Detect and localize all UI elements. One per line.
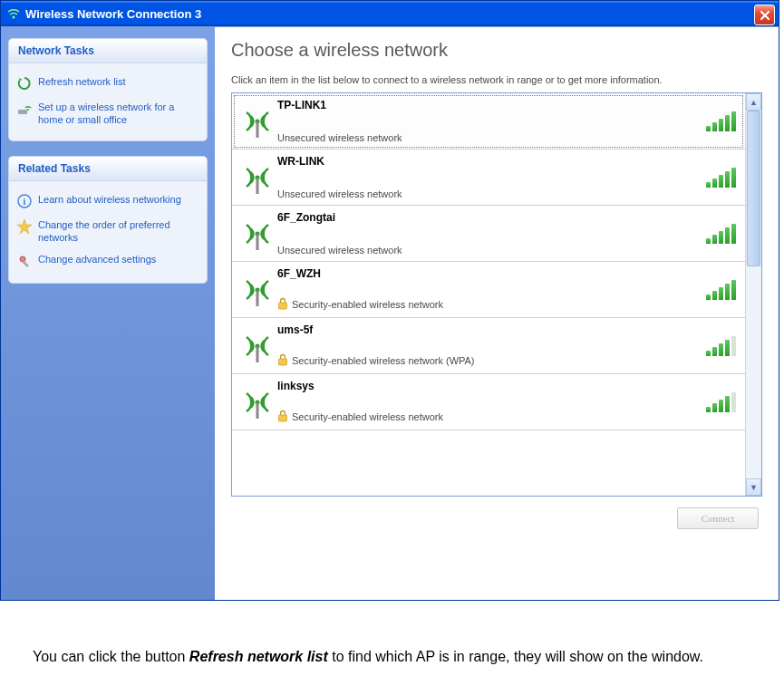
network-item[interactable]: linksysSecurity-enabled wireless network [232, 374, 745, 430]
svg-text:i: i [24, 197, 26, 207]
antenna-icon [237, 159, 277, 196]
network-security: Security-enabled wireless network (WPA) [277, 353, 706, 368]
svg-rect-6 [23, 261, 29, 267]
link-label: Change advanced settings [38, 253, 199, 265]
security-label: Security-enabled wireless network (WPA) [292, 355, 475, 366]
refresh-network-list-link[interactable]: Refresh network list [15, 71, 201, 96]
network-info: 6F_ZongtaiUnsecured wireless network [277, 209, 706, 257]
advanced-settings-link[interactable]: Change advanced settings [15, 248, 201, 274]
network-item[interactable]: WR-LINKUnsecured wireless network [232, 150, 745, 206]
security-label: Security-enabled wireless network [292, 299, 443, 310]
settings-icon [16, 253, 33, 269]
bottom-bar: Connect [231, 497, 762, 529]
scroll-track[interactable] [746, 111, 761, 478]
svg-rect-10 [256, 178, 259, 194]
lock-icon [277, 297, 288, 312]
signal-strength-icon [706, 111, 736, 131]
svg-rect-21 [279, 415, 287, 421]
signal-strength-icon [706, 168, 736, 188]
svg-point-0 [13, 16, 15, 19]
setup-network-icon [16, 101, 33, 117]
network-name: TP-LINK1 [277, 99, 706, 111]
main-content: Choose a wireless network Click an item … [215, 27, 779, 600]
network-item[interactable]: TP-LINK1Unsecured wireless network [232, 93, 745, 150]
scroll-up-button[interactable]: ▲ [746, 93, 761, 111]
antenna-icon [237, 216, 277, 252]
close-button[interactable] [754, 5, 775, 25]
instruction-pre: You can click the button [33, 649, 189, 664]
signal-strength-icon [706, 336, 736, 356]
scrollbar[interactable]: ▲ ▼ [745, 93, 761, 496]
wireless-icon [6, 6, 21, 21]
signal-strength-icon [706, 280, 736, 300]
scroll-down-button[interactable]: ▼ [746, 478, 761, 496]
security-label: Unsecured wireless network [277, 188, 402, 199]
network-security: Security-enabled wireless network [277, 297, 706, 312]
svg-rect-14 [256, 290, 259, 306]
svg-rect-15 [279, 303, 287, 309]
network-tasks-panel: Network Tasks Refresh network list Set u… [8, 38, 208, 141]
titlebar[interactable]: Wireless Network Connection 3 [1, 1, 779, 26]
page-subtitle: Click an item in the list below to conne… [231, 73, 762, 87]
wireless-connection-window: Wireless Network Connection 3 Network Ta… [0, 0, 779, 601]
security-label: Unsecured wireless network [277, 245, 402, 256]
learn-wireless-link[interactable]: i Learn about wireless networking [15, 188, 201, 214]
signal-strength-icon [706, 224, 736, 244]
svg-point-2 [27, 109, 29, 111]
network-security: Security-enabled wireless network [277, 410, 706, 424]
network-info: ums-5fSecurity-enabled wireless network … [277, 322, 706, 370]
connect-button[interactable]: Connect [677, 507, 759, 529]
network-name: ums-5f [277, 323, 706, 336]
network-security: Unsecured wireless network [277, 132, 706, 143]
svg-rect-20 [256, 402, 259, 419]
lock-icon [277, 410, 288, 424]
page-title: Choose a wireless network [231, 40, 762, 61]
antenna-icon [237, 384, 277, 420]
svg-rect-1 [18, 110, 27, 114]
network-info: WR-LINKUnsecured wireless network [277, 153, 706, 201]
network-list-container: TP-LINK1Unsecured wireless networkWR-LIN… [231, 92, 762, 497]
signal-strength-icon [706, 392, 736, 412]
svg-rect-8 [256, 121, 259, 138]
svg-rect-18 [279, 359, 287, 365]
network-name: linksys [277, 380, 706, 392]
instruction-post: to find which AP is in range, they will … [328, 649, 703, 664]
lock-icon [277, 353, 288, 368]
link-label: Learn about wireless networking [38, 193, 199, 206]
change-order-link[interactable]: Change the order of preferred networks [15, 214, 201, 249]
network-item[interactable]: 6F_ZongtaiUnsecured wireless network [232, 206, 745, 262]
network-list: TP-LINK1Unsecured wireless networkWR-LIN… [232, 93, 745, 496]
panel-header: Network Tasks [9, 39, 207, 63]
network-name: 6F_WZH [277, 267, 706, 280]
link-label: Refresh network list [38, 75, 199, 88]
network-security: Unsecured wireless network [277, 188, 706, 199]
link-label: Set up a wireless network for a home or … [38, 101, 199, 127]
antenna-icon [237, 272, 277, 308]
refresh-icon [16, 75, 33, 92]
network-security: Unsecured wireless network [277, 245, 706, 256]
network-info: 6F_WZHSecurity-enabled wireless network [277, 265, 706, 314]
sidebar: Network Tasks Refresh network list Set u… [1, 27, 215, 600]
window-body: Network Tasks Refresh network list Set u… [1, 26, 779, 600]
antenna-icon [237, 328, 277, 364]
network-name: 6F_Zongtai [277, 211, 706, 224]
panel-header: Related Tasks [9, 157, 207, 181]
instruction-bold: Refresh network list [189, 649, 328, 664]
scroll-thumb[interactable] [747, 111, 760, 266]
svg-rect-12 [256, 234, 259, 250]
instruction-text: You can click the button Refresh network… [0, 601, 778, 668]
security-label: Unsecured wireless network [277, 132, 402, 143]
security-label: Security-enabled wireless network [292, 411, 443, 422]
antenna-icon [237, 103, 277, 140]
network-item[interactable]: ums-5fSecurity-enabled wireless network … [232, 318, 745, 374]
network-item[interactable]: 6F_WZHSecurity-enabled wireless network [232, 262, 745, 318]
info-icon: i [16, 193, 33, 209]
window-title: Wireless Network Connection 3 [25, 7, 201, 21]
related-tasks-panel: Related Tasks i Learn about wireless net… [8, 156, 208, 285]
network-info: linksysSecurity-enabled wireless network [277, 378, 706, 426]
network-name: WR-LINK [277, 155, 706, 168]
svg-rect-17 [256, 346, 259, 362]
link-label: Change the order of preferred networks [38, 218, 199, 245]
star-icon [16, 218, 33, 235]
setup-network-link[interactable]: Set up a wireless network for a home or … [15, 96, 201, 131]
